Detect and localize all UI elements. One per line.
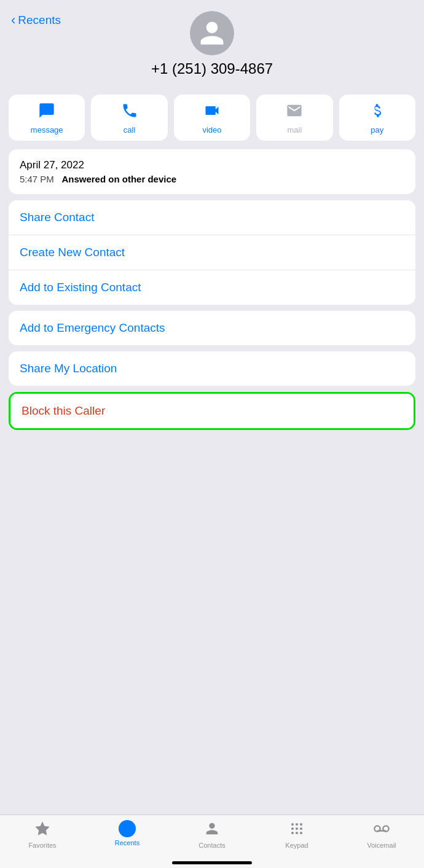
tab-bar: Favorites Recents Contacts	[0, 815, 424, 861]
call-time: 5:47 PM	[20, 174, 54, 184]
mail-icon	[286, 102, 303, 122]
add-existing-contact-button[interactable]: Add to Existing Contact	[9, 270, 415, 305]
call-label: call	[124, 125, 136, 135]
recents-label: Recents	[115, 839, 139, 846]
video-button[interactable]: video	[174, 95, 250, 141]
svg-point-1	[296, 823, 298, 826]
block-caller-label: Block this Caller	[22, 404, 105, 418]
svg-point-2	[300, 823, 302, 826]
pay-button[interactable]: pay	[339, 95, 415, 141]
favorites-icon	[34, 820, 51, 840]
message-label: message	[31, 125, 63, 135]
create-new-contact-button[interactable]: Create New Contact	[9, 235, 415, 270]
tab-voicemail[interactable]: Voicemail	[360, 820, 403, 849]
chevron-left-icon: ‹	[11, 14, 15, 27]
voicemail-label: Voicemail	[367, 842, 396, 849]
add-emergency-button[interactable]: Add to Emergency Contacts	[9, 311, 415, 345]
video-icon	[203, 102, 221, 122]
svg-rect-11	[377, 830, 386, 831]
svg-point-7	[296, 832, 298, 834]
message-icon	[38, 102, 55, 122]
call-status: Answered on other device	[61, 174, 176, 184]
contacts-icon	[203, 820, 221, 840]
tab-keypad[interactable]: Keypad	[275, 820, 318, 849]
contacts-label: Contacts	[198, 842, 225, 849]
recents-icon	[119, 820, 136, 837]
svg-point-8	[300, 832, 302, 834]
keypad-icon	[288, 820, 305, 840]
add-existing-contact-label: Add to Existing Contact	[20, 281, 141, 294]
share-contact-label: Share Contact	[20, 211, 94, 224]
call-date: April 27, 2022	[20, 159, 404, 171]
share-location-label: Share My Location	[20, 362, 117, 375]
tab-recents[interactable]: Recents	[106, 820, 149, 846]
video-label: video	[202, 125, 221, 135]
home-bar	[172, 861, 252, 864]
call-button[interactable]: call	[91, 95, 167, 141]
keypad-label: Keypad	[285, 842, 308, 849]
menu-group-1: Share Contact Create New Contact Add to …	[9, 200, 415, 305]
block-caller-wrapper: Block this Caller	[9, 392, 415, 430]
menu-group-3: Share My Location	[9, 351, 415, 386]
home-indicator	[0, 861, 424, 868]
tab-favorites[interactable]: Favorites	[21, 820, 64, 849]
message-button[interactable]: message	[9, 95, 85, 141]
svg-point-0	[291, 823, 294, 826]
mail-label: mail	[288, 125, 302, 135]
menu-group-2: Add to Emergency Contacts	[9, 311, 415, 345]
svg-point-6	[291, 832, 294, 834]
svg-point-5	[300, 827, 302, 830]
person-icon	[198, 19, 226, 47]
voicemail-icon	[373, 820, 390, 840]
share-contact-button[interactable]: Share Contact	[9, 200, 415, 235]
add-emergency-label: Add to Emergency Contacts	[20, 321, 165, 335]
call-icon	[121, 102, 138, 122]
call-info-card: April 27, 2022 5:47 PM Answered on other…	[9, 149, 415, 194]
avatar	[190, 11, 234, 55]
svg-point-4	[296, 827, 298, 830]
tab-contacts[interactable]: Contacts	[190, 820, 234, 849]
share-location-button[interactable]: Share My Location	[9, 351, 415, 386]
phone-number: +1 (251) 309-4867	[151, 60, 273, 77]
svg-point-3	[291, 827, 294, 830]
favorites-label: Favorites	[28, 842, 56, 849]
pay-icon	[369, 102, 386, 122]
back-label: Recents	[18, 14, 61, 27]
call-detail: 5:47 PM Answered on other device	[20, 174, 404, 184]
mail-button[interactable]: mail	[256, 95, 332, 141]
header: ‹ Recents +1 (251) 309-4867	[0, 0, 424, 87]
back-button[interactable]: ‹ Recents	[11, 14, 61, 27]
actions-row: message call video mail	[0, 87, 424, 149]
block-caller-button[interactable]: Block this Caller	[10, 394, 414, 428]
create-new-contact-label: Create New Contact	[20, 246, 125, 259]
pay-label: pay	[371, 125, 383, 135]
